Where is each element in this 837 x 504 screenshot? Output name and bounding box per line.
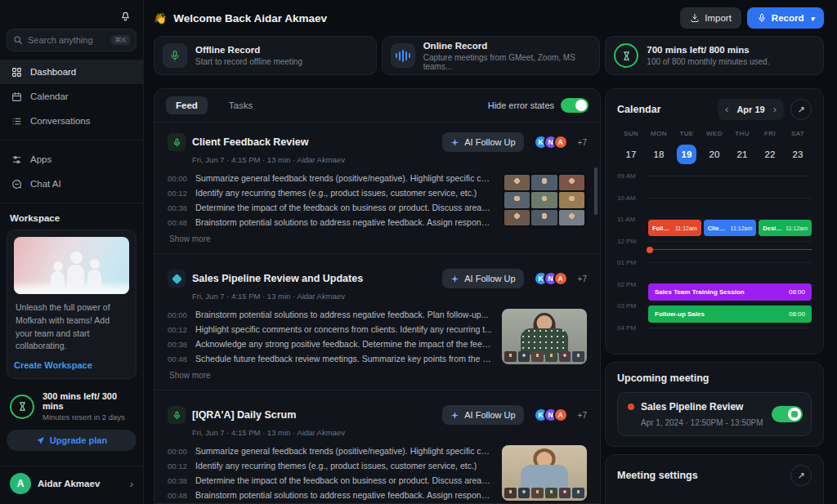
minutes-usage: 300 mins left/ 300 mins Minutes resert i… [10,391,133,421]
transcript-timestamp: 00:38 [168,476,189,485]
date-cell[interactable]: 17 [621,145,641,164]
ai-follow-up-button[interactable]: AI Follow Up [442,132,523,152]
time-row: 04 PM [617,324,812,346]
time-label: 03 PM [617,302,647,310]
create-workspace-link[interactable]: Create Workspace [14,360,92,370]
meeting-video-thumbnail[interactable] [502,309,587,364]
hourglass-icon [10,395,34,419]
notifications-bell-icon[interactable] [119,10,132,22]
online-record-card[interactable]: Online Record Capture meetings from GMee… [382,36,601,75]
show-more-link[interactable]: Show more [169,234,587,243]
ai-follow-up-button[interactable]: AI Follow Up [442,269,523,288]
mic-icon [168,133,186,151]
expand-calendar-button[interactable] [790,99,812,120]
transcript-text: Summarize general feedback trends (posit… [195,446,492,456]
transcript-line: 00:12 Identify any recurring themes (e.g… [168,458,492,473]
transcript-text: Brainstorm potential solutions to addres… [195,217,492,227]
weekday-label: SAT [791,130,804,137]
sidebar-item-apps[interactable]: Apps [0,147,143,172]
sparkle-icon [450,411,459,420]
transcript: 00:00 Summarize general feedback trends … [168,171,492,230]
meeting-settings-title: Meeting settings [617,470,698,481]
date-cell[interactable]: 20 [705,145,724,164]
calendar-event-block[interactable]: Sales Team Training Session 08:00 [648,283,812,301]
quick-actions-row: Offline Record Start to record offline m… [154,36,824,75]
open-settings-button[interactable] [790,465,812,486]
meeting-title[interactable]: [IQRA'A] Daily Scrum [192,409,436,421]
divider [0,466,143,466]
calendar-event-chip[interactable]: Follow-u...11:12am [648,220,701,236]
calendar-event-chip[interactable]: Design...11:12am [759,220,812,236]
ai-follow-up-button[interactable]: AI Follow Up [442,405,523,425]
chevron-right-icon [130,476,133,491]
meeting-video-thumbnail[interactable] [502,445,587,501]
divider [0,140,143,140]
transcript-text: Summarize general feedback trends (posit… [195,173,492,183]
transcript-timestamp: 00:00 [168,447,189,456]
upgrade-plan-button[interactable]: Upgrade plan [7,430,137,451]
transcript-text: Schedule future feedback review meetings… [195,354,492,364]
calendar-day-column: WED 20 [700,130,728,164]
time-label: 10 AM [617,194,647,202]
topbar: 👋 Welcome Back Aidar Akmaev Import Recor… [154,7,824,29]
meeting-item: Sales Pipeline Review and Updates AI Fol… [154,259,600,385]
record-bot-toggle[interactable] [772,406,803,422]
show-more-link[interactable]: Show more [169,371,587,380]
morning-events: Follow-u...11:12am Client Fe...11:12am D… [648,220,812,236]
date-cell[interactable]: 18 [649,145,669,164]
meeting-title[interactable]: Client Feedback Review [192,136,436,148]
time-row: 09 AM [617,172,812,194]
search-input[interactable] [28,35,106,45]
user-menu[interactable]: A Aidar Akmaev [10,473,133,494]
transcript-text: Brainstorm potential solutions to addres… [195,310,488,319]
chat-ai-icon [11,179,22,190]
calendar-day-column: FRI 22 [756,130,784,164]
sidebar-item-conversations[interactable]: Conversations [0,109,143,133]
avatar: A [553,408,568,422]
date-cell[interactable]: 23 [788,145,808,164]
sidebar-item-chat-ai[interactable]: Chat AI [0,172,143,196]
live-dot [628,404,634,410]
current-time-indicator [650,249,812,250]
meeting-meta: Fri, Jun 7 · 4:15 PM · 13 min · Aidar Ak… [192,292,587,301]
upcoming-meeting-item[interactable]: Sales Pipeline Review Apr 1, 2024 · 12:5… [617,392,812,436]
calendar-event-chip[interactable]: Client Fe...11:12am [704,220,757,236]
meeting-video-thumbnail[interactable] [502,172,587,228]
prev-date-arrow[interactable] [725,104,728,114]
sidebar-item-label: Dashboard [30,67,76,77]
feed-tabs: Feed Tasks [166,96,262,114]
sidebar-item-label: Apps [30,154,51,164]
weekday-label: TUE [679,130,693,137]
sidebar-item-dashboard[interactable]: Dashboard [0,60,143,84]
hide-error-states-toggle[interactable] [561,98,589,113]
next-date-arrow[interactable] [773,104,777,114]
waveform-icon [391,43,415,68]
minutes-reset-text: Minutes resert in 2 days [43,413,133,421]
transcript-text: Highlight specific comments or concerns … [195,324,492,334]
transcript-timestamp: 00:12 [168,189,189,198]
transcript-line: 00:38 Determine the impact of the feedba… [168,473,492,488]
offline-record-card[interactable]: Offline Record Start to record offline m… [154,36,377,75]
tab-tasks[interactable]: Tasks [219,96,262,114]
transcript-line: 00:00 Summarize general feedback trends … [168,444,492,458]
avatar-overflow-count: +7 [578,138,587,147]
import-button[interactable]: Import [680,7,741,29]
meeting-title[interactable]: Sales Pipeline Review and Updates [192,273,436,284]
mic-icon [168,406,186,424]
transcript-line: 00:00 Brainstorm potential solutions to … [168,307,492,322]
transcript-text: Brainstorm potential solutions to addres… [195,490,492,500]
transcript: 00:00 Summarize general feedback trends … [168,444,492,502]
tab-feed[interactable]: Feed [166,96,208,114]
calendar-event-block[interactable]: Follow-up Sales 08:00 [648,306,812,323]
weekday-label: WED [706,130,723,137]
scrollbar[interactable] [594,167,598,215]
sidebar-item-calendar[interactable]: Calendar [0,84,143,109]
weekday-label: FRI [764,130,776,137]
record-button[interactable]: Record [747,7,824,29]
date-cell[interactable]: 21 [732,145,752,164]
calendar-week: SUN 17 MON 18 TUE 19 WED 20 [617,130,812,164]
date-cell[interactable]: 22 [760,145,780,164]
date-cell[interactable]: 19 [677,145,696,164]
transcript-line: 00:48 Brainstorm potential solutions to … [168,215,492,230]
calendar-card: Calendar Apr 19 SUN 17 MON 18 [605,88,824,355]
